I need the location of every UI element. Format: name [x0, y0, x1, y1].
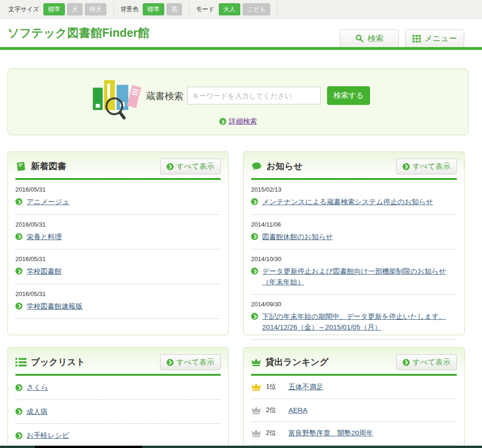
item-link[interactable]: 富良野塾序章 開塾20周年	[288, 428, 373, 439]
mode-kids-button[interactable]: こども	[243, 3, 271, 15]
circle-arrow-icon	[403, 359, 410, 366]
circle-arrow-icon	[15, 384, 22, 391]
circle-arrow-icon	[403, 163, 410, 170]
toolbar-divider	[189, 3, 189, 16]
item-link[interactable]: お手軽レシピ	[27, 430, 69, 441]
item-link[interactable]: 下記の年末年始の期間中、データ更新を停止いたします。2014/12/26（金）～…	[262, 311, 457, 332]
font-size-standard-button[interactable]: 標準	[43, 3, 65, 15]
header-search-label: 検索	[368, 33, 384, 44]
keyword-search-input[interactable]	[187, 87, 321, 104]
catalog-search-button[interactable]: 検索する	[327, 86, 370, 105]
font-size-xlarge-button[interactable]: 特大	[85, 3, 106, 15]
list-item: 2015/02/13 メンテナンスによる蔵書検索システム停止のお知らせ	[251, 180, 457, 215]
list-item: 1位 五体不満足	[251, 376, 457, 399]
panel-header: 新着図書 すべて表示	[8, 152, 228, 178]
item-date: 2016/05/31	[15, 290, 221, 297]
show-all-button[interactable]: すべて表示	[396, 354, 457, 370]
list-item: 2014/09/30 下記の年末年始の期間中、データ更新を停止いたします。201…	[251, 295, 457, 340]
item-date: 2016/05/31	[15, 221, 221, 228]
circle-arrow-icon	[219, 118, 226, 125]
item-link[interactable]: 学校図書館	[27, 266, 62, 277]
list-item: さくら	[15, 376, 221, 400]
list-item: 2016/05/31 学校図書館速報版	[15, 284, 221, 319]
item-link[interactable]: 図書館休館のお知らせ	[262, 232, 333, 242]
item-date: 2015/02/13	[251, 186, 457, 193]
mode-adult-button[interactable]: 大人	[219, 3, 240, 15]
panel-title: お知らせ	[266, 160, 396, 172]
booklist-list: さくら 成人病 お手軽レシピ	[8, 376, 228, 448]
crown-icon	[251, 382, 261, 392]
item-link[interactable]: AERA	[288, 405, 307, 416]
circle-arrow-icon	[251, 198, 258, 205]
menu-grid-icon	[412, 35, 421, 42]
panel-title: 新着図書	[31, 160, 160, 172]
show-all-label: すべて表示	[412, 358, 450, 367]
circle-arrow-icon	[15, 198, 22, 205]
accessibility-toolbar: 文字サイズ 標準 大 特大 背景色 標準 黒 モード 大人 こども	[0, 0, 482, 19]
circle-arrow-icon	[15, 268, 22, 275]
site-header: ソフテック図書館Finder館 検索 メニュー	[0, 19, 482, 47]
show-all-label: すべて表示	[176, 162, 214, 172]
toolbar-divider	[277, 3, 278, 16]
mode-label: モード	[196, 5, 215, 14]
show-all-button[interactable]: すべて表示	[396, 159, 457, 174]
item-link[interactable]: アニメージュ	[27, 197, 70, 207]
item-link[interactable]: 栄養と料理	[27, 232, 62, 242]
list-item: 成人病	[15, 400, 221, 424]
crown-icon	[251, 358, 261, 367]
circle-arrow-icon	[167, 359, 174, 366]
rank-label: 1位	[266, 383, 278, 391]
show-all-button[interactable]: すべて表示	[160, 354, 221, 370]
item-link[interactable]: 成人病	[27, 407, 48, 417]
speech-bubble-icon	[251, 161, 262, 172]
header-menu-button[interactable]: メニュー	[405, 29, 464, 47]
item-link[interactable]: メンテナンスによる蔵書検索システム停止のお知らせ	[262, 197, 433, 207]
booklist-panel: ブックリスト すべて表示 さくら 成人病 お手軽レシピ	[7, 347, 229, 448]
circle-arrow-icon	[251, 233, 258, 240]
notices-panel: お知らせ すべて表示 2015/02/13 メンテナンスによる蔵書検索システム停…	[243, 152, 465, 335]
panel-title: ブックリスト	[31, 356, 160, 368]
notices-list: 2015/02/13 メンテナンスによる蔵書検索システム停止のお知らせ 2014…	[244, 180, 464, 340]
catalog-search-label: 蔵書検索	[146, 90, 183, 103]
ranking-list: 1位 五体不満足 2位 AERA 2位 富良野塾序章 開塾20周年	[244, 376, 464, 445]
show-all-label: すべて表示	[412, 162, 450, 172]
list-icon	[15, 358, 27, 367]
circle-arrow-icon	[15, 432, 22, 439]
list-item: お手軽レシピ	[15, 424, 221, 448]
bg-color-black-button[interactable]: 黒	[167, 3, 182, 15]
list-item: 2016/05/31 栄養と料理	[15, 215, 221, 250]
header-search-button[interactable]: 検索	[340, 29, 399, 47]
advanced-search-row: 詳細検索	[8, 117, 468, 126]
panel-title: 貸出ランキング	[265, 356, 396, 368]
clipped-footer-image	[35, 446, 142, 448]
item-link[interactable]: 学校図書館速報版	[27, 301, 83, 312]
library-portal-page: 文字サイズ 標準 大 特大 背景色 標準 黒 モード 大人 こども ソフテック図…	[0, 0, 482, 448]
book-icon	[15, 161, 27, 172]
list-item: 2014/10/30 データ更新停止および図書館向け一部機能制限のお知らせ（年末…	[251, 249, 457, 295]
search-icon	[355, 34, 364, 43]
item-link[interactable]: 五体不満足	[288, 382, 323, 393]
advanced-search-link[interactable]: 詳細検索	[229, 117, 257, 126]
header-accent-bar	[0, 47, 482, 50]
circle-arrow-icon	[15, 233, 22, 240]
item-link[interactable]: データ更新停止および図書館向け一部機能制限のお知らせ（年末年始）	[262, 266, 457, 287]
font-size-label: 文字サイズ	[8, 5, 39, 14]
toolbar-divider	[113, 3, 114, 16]
new-books-list: 2016/05/31 アニメージュ 2016/05/31 栄養と料理 2016/…	[8, 180, 228, 319]
rank-label: 2位	[266, 429, 278, 437]
panel-header: 貸出ランキング すべて表示	[244, 348, 464, 374]
item-date: 2014/11/06	[251, 221, 457, 228]
show-all-button[interactable]: すべて表示	[160, 159, 221, 174]
item-date: 2016/05/31	[15, 255, 221, 262]
font-size-large-button[interactable]: 大	[67, 3, 83, 15]
bg-color-label: 背景色	[120, 5, 139, 14]
circle-arrow-icon	[251, 313, 258, 320]
bg-color-standard-button[interactable]: 標準	[143, 3, 164, 15]
site-title: ソフテック図書館Finder館	[7, 25, 149, 41]
item-link[interactable]: さくら	[27, 382, 48, 393]
item-date: 2016/05/31	[15, 186, 221, 193]
rank-label: 2位	[266, 406, 278, 414]
panel-header: ブックリスト すべて表示	[8, 348, 228, 374]
crown-icon	[251, 428, 261, 438]
circle-arrow-icon	[167, 163, 174, 170]
